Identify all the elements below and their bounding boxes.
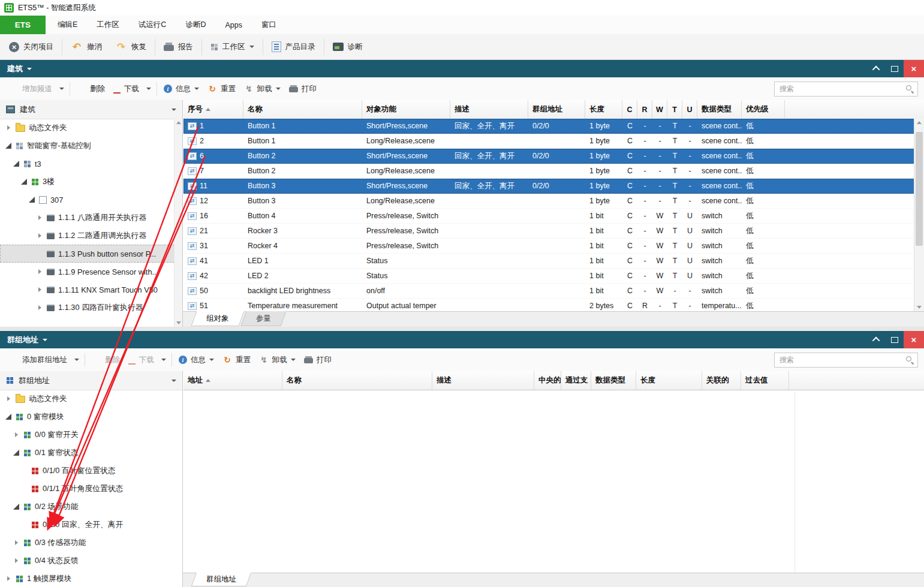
menu-item[interactable]: Apps <box>225 21 242 29</box>
table-row[interactable]: ⇄2Button 1Long/Release,scene1 byteC--T-s… <box>183 134 914 149</box>
tree-item[interactable]: 动态文件夹 <box>0 390 174 408</box>
expander-icon[interactable] <box>36 268 43 275</box>
close-project-button[interactable]: 关闭项目 <box>2 36 60 58</box>
tree-item[interactable]: 0/0 窗帘开关 <box>0 426 174 444</box>
expander-icon[interactable] <box>13 557 20 564</box>
tree-item[interactable]: t3 <box>0 155 174 173</box>
table-row[interactable]: ⇄7Button 2Long/Release,scene1 byteC--T-s… <box>183 164 914 179</box>
column-header[interactable]: 序号 <box>183 100 243 119</box>
menu-item[interactable]: 工作区 <box>97 20 119 30</box>
building-tree-header[interactable]: 建筑 <box>0 100 182 119</box>
expander-icon[interactable] <box>36 304 43 311</box>
column-header[interactable]: 长度 <box>636 371 702 390</box>
reset-button[interactable]: ↻重置 <box>218 351 255 368</box>
table-row[interactable]: ⇄31Rocker 4Press/release, Switch1 bitC-W… <box>183 239 914 254</box>
delete-button[interactable]: 删除 <box>73 80 109 97</box>
tree-item[interactable]: 0/1/0 百叶窗位置状态 <box>0 462 174 480</box>
table-row[interactable]: ⇄21Rocker 3Press/release, Switch1 bitC-W… <box>183 224 914 239</box>
info-button[interactable]: i信息 <box>159 80 203 97</box>
column-header[interactable]: 关联的 <box>702 371 741 390</box>
close-panel-button[interactable]: × <box>904 60 924 77</box>
expander-icon[interactable] <box>20 178 28 185</box>
column-header[interactable]: W <box>652 100 667 119</box>
tree-item[interactable]: 0 窗帘模块 <box>0 408 174 426</box>
unload-button[interactable]: ↯卸载 <box>240 80 285 97</box>
redo-button[interactable]: ↷恢复 <box>109 36 153 58</box>
expander-icon[interactable] <box>5 142 12 149</box>
ets-menu-button[interactable]: ETS <box>0 16 46 34</box>
print-button[interactable]: 打印 <box>285 80 321 97</box>
print-button[interactable]: 打印 <box>300 351 336 368</box>
table-row[interactable]: ⇄6Button 2Short/Press,scene回家、全开、离开0/2/0… <box>183 149 914 164</box>
expander-icon[interactable] <box>13 539 20 546</box>
tree-item[interactable]: 1.1.1 八路通用开关执行器 <box>0 209 174 227</box>
expander-icon[interactable] <box>13 449 20 456</box>
tree-item[interactable]: 智能窗帘-基础控制 <box>0 137 174 155</box>
maximize-panel-button[interactable] <box>886 331 904 348</box>
column-header[interactable]: 对象功能 <box>362 100 450 119</box>
delete-button[interactable]: 删除 <box>88 351 124 368</box>
column-header[interactable]: 名称 <box>243 100 362 119</box>
menu-item[interactable]: 窗口 <box>261 20 276 30</box>
add-channel-dropdown-button[interactable] <box>56 80 67 97</box>
column-header[interactable]: 地址 <box>183 371 282 390</box>
group-tree-header[interactable]: 群组地址 <box>0 371 182 390</box>
table-row[interactable]: ⇄41LED 1Status1 bitC-WTUswitch低 <box>183 254 914 269</box>
add-group-address-dropdown-button[interactable] <box>71 351 82 368</box>
tree-item[interactable]: 3楼 <box>0 173 174 191</box>
tab[interactable]: 群组地址 <box>191 573 251 586</box>
tab[interactable]: 参量 <box>240 311 286 326</box>
tree-item[interactable]: 0/2 场景功能 <box>0 498 174 516</box>
table-row[interactable]: ⇄1Button 1Short/Press,scene回家、全开、离开0/2/0… <box>183 119 914 134</box>
menu-item[interactable]: 编辑E <box>58 20 77 30</box>
unload-button[interactable]: ↯卸载 <box>255 351 300 368</box>
menu-item[interactable]: 诊断D <box>185 20 206 30</box>
column-header[interactable]: C <box>622 100 637 119</box>
column-header[interactable]: 中央的 <box>534 371 561 390</box>
download-button[interactable]: 下载 <box>124 351 158 368</box>
column-header[interactable]: 长度 <box>585 100 622 119</box>
expander-icon[interactable] <box>36 232 43 239</box>
add-group-address-button[interactable]: 添加群组地址 <box>5 351 71 368</box>
undo-button[interactable]: ↶撤消 <box>64 36 109 58</box>
download-dropdown-button[interactable] <box>158 351 169 368</box>
tree-item[interactable]: 0/1 窗帘状态 <box>0 444 174 462</box>
tree-item[interactable]: 1.1.11 KNX Smart Touch V50 <box>0 281 174 299</box>
column-header[interactable]: 描述 <box>432 371 534 390</box>
maximize-panel-button[interactable] <box>886 60 904 77</box>
tree-item[interactable]: 0/4 状态反馈 <box>0 552 174 570</box>
expander-icon[interactable] <box>5 413 12 420</box>
table-row[interactable]: ⇄50backlight LED brightnesson/off1 bitC-… <box>183 284 914 299</box>
download-dropdown-button[interactable] <box>143 80 154 97</box>
column-header[interactable]: U <box>682 100 697 119</box>
expander-icon[interactable] <box>36 214 43 221</box>
building-tree-scrollbar[interactable] <box>174 119 182 327</box>
expander-icon[interactable] <box>5 575 12 582</box>
tree-item[interactable]: 1.1.9 Presence Sensor with... <box>0 263 174 281</box>
collapse-panel-button[interactable] <box>868 331 886 348</box>
column-header[interactable]: R <box>637 100 652 119</box>
tree-item[interactable]: 1 触摸屏模块 <box>0 570 174 587</box>
column-header[interactable]: 优先级 <box>742 100 785 119</box>
building-search-input[interactable] <box>778 84 905 94</box>
column-header[interactable]: 数据类型 <box>697 100 742 119</box>
tab[interactable]: 组对象 <box>191 311 244 326</box>
expander-icon[interactable] <box>13 431 20 438</box>
column-header[interactable]: 通过支 <box>561 371 591 390</box>
column-header[interactable]: T <box>667 100 682 119</box>
info-button[interactable]: i信息 <box>174 351 218 368</box>
tree-item[interactable]: 0/2/0 回家、全开、离开 <box>0 516 174 534</box>
tree-item[interactable]: 1.1.3 Push button sensor P... <box>0 245 174 263</box>
column-header[interactable]: 群组地址 <box>528 100 585 119</box>
group-search-input[interactable] <box>778 355 905 365</box>
tree-item[interactable]: 1.1.30 四路百叶窗执行器 <box>0 299 174 317</box>
scroll-thumb[interactable] <box>916 132 923 246</box>
table-row[interactable]: ⇄11Button 3Short/Press,scene回家、全开、离开0/2/… <box>183 179 914 194</box>
expander-icon[interactable] <box>13 160 20 167</box>
workspace-button[interactable]: 工作区 <box>204 36 261 58</box>
report-button[interactable]: 报告 <box>157 36 200 58</box>
diagnostics-button[interactable]: 诊断 <box>326 36 369 58</box>
tree-item[interactable]: 0/3 传感器功能 <box>0 534 174 552</box>
table-row[interactable]: ⇄12Button 3Long/Release,scene1 byteC--T-… <box>183 194 914 209</box>
table-row[interactable]: ⇄51Temperature measurementOutput actual … <box>183 299 914 311</box>
